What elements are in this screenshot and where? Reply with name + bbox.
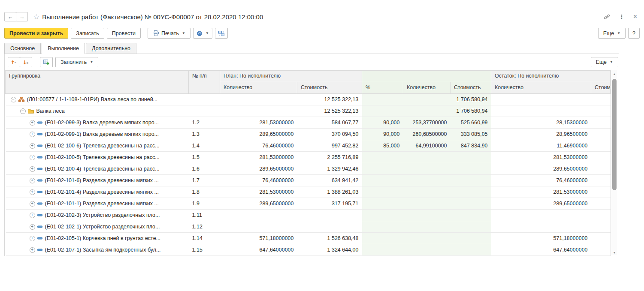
cell-fact-cost[interactable]: [450, 233, 491, 244]
cell-remainder-cost[interactable]: [591, 186, 611, 198]
cell-remainder-cost[interactable]: [591, 210, 611, 221]
cell-fact-cost[interactable]: [450, 152, 491, 163]
collapse-toggle-icon[interactable]: −: [20, 108, 26, 114]
cell-remainder-cost[interactable]: [591, 221, 611, 233]
send-action-button[interactable]: ▼: [193, 28, 212, 39]
col-header-plan-cost[interactable]: Стоимость: [297, 82, 362, 94]
collapse-toggle-icon[interactable]: −: [11, 97, 16, 102]
cell-remainder-quantity[interactable]: 281,53000000: [491, 186, 591, 198]
cell-line-no[interactable]: 1.5: [189, 152, 220, 163]
cell-fact-cost[interactable]: [450, 244, 491, 256]
cell-remainder-cost[interactable]: [591, 117, 611, 129]
cell-percent[interactable]: [362, 210, 403, 221]
cell-plan-cost[interactable]: 634 941,42: [297, 175, 362, 186]
cell-grouping[interactable]: +(Е01-02-102-1) Устройство разделочных п…: [6, 221, 189, 233]
cell-grouping[interactable]: +(Е01-02-100-4) Трелевка древесины на ра…: [6, 163, 189, 175]
related-documents-button[interactable]: [215, 28, 228, 39]
cell-fact-quantity[interactable]: 64,99100000: [403, 140, 450, 152]
cell-plan-quantity[interactable]: 289,65000000: [220, 129, 297, 140]
more-button[interactable]: Еще ▼: [598, 28, 626, 39]
cell-fact-cost[interactable]: [450, 210, 491, 221]
expand-toggle-icon[interactable]: +: [30, 166, 35, 172]
cell-remainder-cost[interactable]: [591, 94, 611, 105]
expand-toggle-icon[interactable]: +: [30, 224, 35, 230]
cell-line-no[interactable]: 1.6: [189, 163, 220, 175]
col-header-line-no[interactable]: № п/п: [189, 71, 220, 94]
expand-toggle-icon[interactable]: +: [30, 120, 35, 126]
col-header-remainder-quantity[interactable]: Количество: [491, 82, 591, 94]
cell-line-no[interactable]: 1.3: [189, 129, 220, 140]
cell-fact-quantity[interactable]: 260,68500000: [403, 129, 450, 140]
cell-percent[interactable]: 85,000: [362, 140, 403, 152]
cell-line-no[interactable]: [189, 105, 220, 117]
cell-line-no[interactable]: 1.8: [189, 186, 220, 198]
expand-toggle-icon[interactable]: +: [30, 143, 35, 149]
cell-remainder-quantity[interactable]: [491, 105, 591, 117]
cell-fact-quantity[interactable]: [403, 233, 450, 244]
cell-remainder-quantity[interactable]: 281,53000000: [491, 152, 591, 163]
scroll-up-icon[interactable]: ▲: [611, 71, 618, 77]
cell-plan-cost[interactable]: 1 329 942,46: [297, 163, 362, 175]
cell-line-no[interactable]: 1.15: [189, 244, 220, 256]
col-group-fact[interactable]: [362, 71, 491, 82]
cell-plan-quantity[interactable]: [220, 105, 297, 117]
cell-plan-quantity[interactable]: 281,53000000: [220, 117, 297, 129]
cell-remainder-quantity[interactable]: [491, 94, 591, 105]
cell-line-no[interactable]: 1.4: [189, 140, 220, 152]
expand-toggle-icon[interactable]: +: [30, 236, 35, 241]
cell-plan-cost[interactable]: 2 255 716,89: [297, 152, 362, 163]
cell-line-no[interactable]: 1.12: [189, 221, 220, 233]
cell-plan-quantity[interactable]: 281,53000000: [220, 186, 297, 198]
cell-grouping[interactable]: +(Е01-02-100-6) Трелевка древесины на ра…: [6, 140, 189, 152]
expand-toggle-icon[interactable]: +: [30, 178, 35, 183]
cell-remainder-cost[interactable]: [591, 140, 611, 152]
cell-percent[interactable]: [362, 105, 403, 117]
cell-fact-cost[interactable]: 1 706 580,94: [450, 94, 491, 105]
cell-remainder-quantity[interactable]: [491, 210, 591, 221]
post-and-close-button[interactable]: Провести и закрыть: [4, 28, 68, 39]
col-group-remainder[interactable]: Остаток: По исполнителю: [491, 71, 611, 82]
expand-toggle-icon[interactable]: +: [30, 213, 35, 218]
col-group-plan[interactable]: План: По исполнителю: [220, 71, 362, 82]
cell-percent[interactable]: [362, 94, 403, 105]
cell-fact-cost[interactable]: [450, 175, 491, 186]
cell-plan-quantity[interactable]: 289,65000000: [220, 198, 297, 210]
move-up-button[interactable]: [8, 57, 20, 67]
cell-fact-quantity[interactable]: [403, 198, 450, 210]
cell-remainder-quantity[interactable]: [491, 221, 591, 233]
cell-grouping[interactable]: +(Е01-02-101-6) Разделка древесины мягки…: [6, 175, 189, 186]
cell-grouping[interactable]: +(Е01-02-105-1) Корчевка пней в грунтах …: [6, 233, 189, 244]
cell-remainder-cost[interactable]: [591, 152, 611, 163]
cell-percent[interactable]: [362, 175, 403, 186]
cell-line-no[interactable]: 1.2: [189, 117, 220, 129]
col-header-plan-quantity[interactable]: Количество: [220, 82, 297, 94]
cell-plan-quantity[interactable]: 76,46000000: [220, 175, 297, 186]
expand-toggle-icon[interactable]: +: [30, 155, 35, 160]
cell-remainder-cost[interactable]: [591, 233, 611, 244]
cell-plan-quantity[interactable]: 76,46000000: [220, 140, 297, 152]
cell-percent[interactable]: [362, 221, 403, 233]
fill-button[interactable]: Заполнить ▼: [55, 57, 98, 67]
cell-remainder-cost[interactable]: [591, 244, 611, 256]
favorite-star-icon[interactable]: ☆: [33, 13, 39, 21]
cell-fact-quantity[interactable]: [403, 244, 450, 256]
cell-plan-cost[interactable]: 1 324 644,00: [297, 244, 362, 256]
cell-plan-quantity[interactable]: 647,64000000: [220, 244, 297, 256]
cell-plan-cost[interactable]: [297, 210, 362, 221]
cell-remainder-quantity[interactable]: 11,46900000: [491, 140, 591, 152]
cell-plan-quantity[interactable]: [220, 221, 297, 233]
expand-toggle-icon[interactable]: +: [30, 132, 35, 137]
cell-percent[interactable]: 90,000: [362, 117, 403, 129]
col-header-fact-cost[interactable]: Стоимость: [450, 82, 491, 94]
cell-grouping[interactable]: +(Е01-02-101-1) Разделка древесины мягки…: [6, 198, 189, 210]
cell-remainder-quantity[interactable]: 289,65000000: [491, 198, 591, 210]
cell-fact-quantity[interactable]: [403, 175, 450, 186]
print-button[interactable]: Печать ▼: [148, 28, 190, 39]
back-button[interactable]: ←: [4, 12, 16, 21]
cell-plan-cost[interactable]: [297, 221, 362, 233]
cell-percent[interactable]: [362, 163, 403, 175]
cell-remainder-cost[interactable]: [591, 129, 611, 140]
expand-toggle-icon[interactable]: +: [30, 201, 35, 207]
cell-remainder-cost[interactable]: [591, 163, 611, 175]
cell-grouping[interactable]: −Валка леса: [6, 105, 189, 117]
